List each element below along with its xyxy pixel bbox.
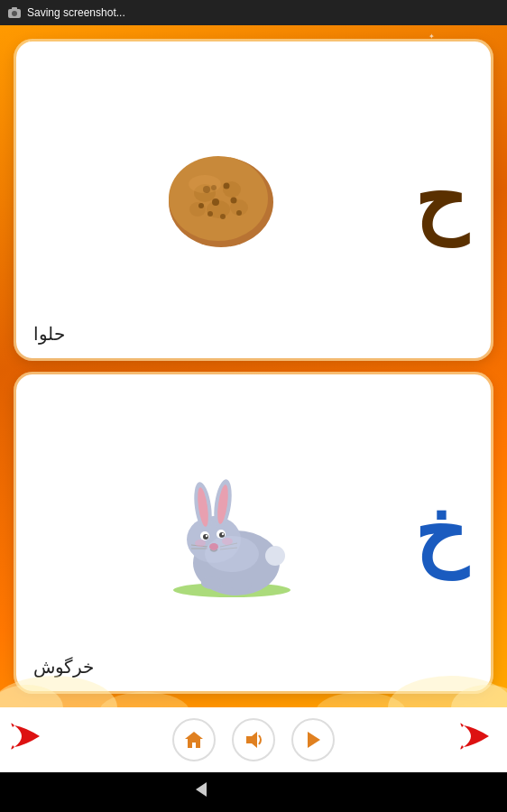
svg-point-31 bbox=[206, 534, 207, 536]
rabbit-image bbox=[142, 466, 304, 601]
svg-marker-50 bbox=[185, 732, 203, 748]
cloud-decoration bbox=[0, 653, 507, 707]
svg-point-29 bbox=[203, 534, 208, 540]
svg-point-49 bbox=[316, 692, 406, 707]
svg-point-40 bbox=[265, 546, 285, 566]
status-text: Saving screenshot... bbox=[27, 6, 125, 19]
svg-marker-53 bbox=[196, 782, 207, 797]
word-halwa: حلوا bbox=[33, 323, 65, 345]
svg-point-39 bbox=[230, 578, 252, 591]
card-ha[interactable]: ح bbox=[16, 42, 491, 358]
svg-point-16 bbox=[207, 211, 213, 217]
prev-button[interactable] bbox=[11, 720, 47, 761]
halwa-image bbox=[160, 146, 286, 254]
home-button[interactable] bbox=[172, 718, 216, 761]
svg-point-11 bbox=[224, 182, 230, 189]
svg-point-15 bbox=[220, 214, 226, 219]
app-area: ✦ ✦ ✦ ✦ ح bbox=[0, 25, 507, 707]
illustration-halwa bbox=[41, 146, 405, 254]
sound-button[interactable] bbox=[232, 718, 275, 761]
svg-rect-2 bbox=[12, 7, 17, 10]
svg-point-32 bbox=[222, 532, 224, 534]
svg-point-19 bbox=[189, 175, 221, 193]
bottom-nav bbox=[0, 707, 507, 772]
svg-point-43 bbox=[222, 538, 233, 545]
svg-point-42 bbox=[195, 540, 206, 547]
svg-point-12 bbox=[212, 198, 219, 206]
play-button[interactable] bbox=[291, 718, 335, 761]
camera-icon bbox=[7, 6, 22, 19]
svg-point-17 bbox=[236, 210, 242, 216]
android-back-button[interactable] bbox=[189, 779, 210, 806]
svg-marker-52 bbox=[308, 732, 320, 748]
letter-ha: ح bbox=[414, 160, 466, 241]
svg-point-38 bbox=[201, 577, 223, 589]
svg-point-13 bbox=[198, 203, 204, 208]
android-nav-bar bbox=[0, 772, 507, 812]
letter-kha: خ bbox=[414, 493, 466, 574]
svg-point-14 bbox=[231, 197, 237, 203]
next-button[interactable] bbox=[460, 720, 496, 761]
status-bar: Saving screenshot... bbox=[0, 0, 507, 25]
illustration-rabbit bbox=[41, 466, 405, 601]
card-kha[interactable]: خ bbox=[16, 374, 491, 691]
star-decoration-3: ✦ bbox=[429, 32, 435, 41]
svg-point-4 bbox=[169, 156, 268, 241]
svg-point-48 bbox=[99, 692, 189, 707]
svg-marker-51 bbox=[246, 732, 257, 748]
svg-point-1 bbox=[12, 11, 17, 16]
